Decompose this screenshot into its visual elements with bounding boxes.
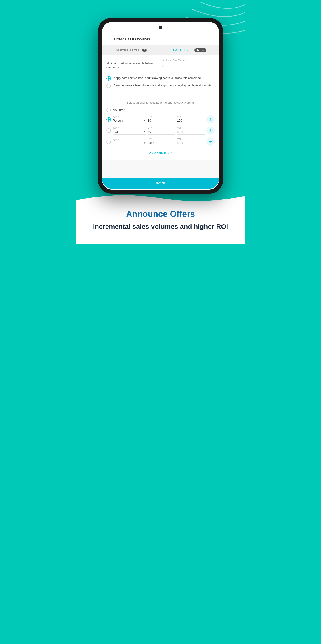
offer-2-max-field: Max [177,126,205,134]
offer-2-radio[interactable] [107,128,111,133]
offer-2-max-input[interactable] [177,129,205,134]
offer-1-type-dropdown[interactable]: Type * Percent ▼ [113,116,146,124]
radio-remove-service-circle[interactable] [107,84,111,88]
no-offer-label: No Offer [113,108,125,112]
min-cart-row: Minimum cart value to enable below disco… [107,59,214,69]
offer-3-type-value[interactable]: ▼ [113,141,146,145]
back-button[interactable]: ← [107,36,111,42]
offer-row-2: Type * Flat ▼ Off * Max [107,126,214,134]
offer-1-max-label: Max [177,116,205,118]
offer-2-type-dropdown[interactable]: Type * Flat ▼ [113,126,146,134]
offer-section: Select an offer to activate or no offer … [102,98,219,160]
offer-2-max-label: Max [177,126,205,129]
offer-2-off-field: Off * [148,126,175,134]
offer-1-max-field: Max [177,116,205,124]
offer-3-delete-button[interactable]: 🗑 [206,138,214,146]
cart-level-active-badge: Active [194,48,206,52]
offer-3-max-label: Max [177,138,205,140]
offer-1-type-label: Type * [113,116,146,118]
offer-2-off-label: Off * [148,126,175,129]
offer-1-off-field: Off * [148,116,175,124]
offer-1-type-text: Percent [113,119,124,122]
offer-3-type-label: Type * [113,138,146,141]
discount-radio-group: Apply both service level and following c… [102,76,219,93]
offer-section-title: Select an offer to activate or no offer … [107,101,214,104]
offer-1-type-value[interactable]: Percent ▼ [113,118,146,124]
divider-1 [102,95,219,96]
radio-remove-service[interactable]: Remove service level discounts and apply… [107,84,214,88]
tab-service-level[interactable]: SERVICE LEVEL 2 [102,45,160,55]
phone-notch [102,22,219,33]
min-cart-value-input[interactable] [162,62,214,69]
cart-form-area: Minimum cart value to enable below disco… [102,56,219,76]
offer-3-radio[interactable] [107,140,111,144]
offer-3-max-field: Max [177,138,205,146]
offer-2-off-input[interactable] [148,129,175,134]
offer-row-1: Type * Percent ▼ Off * Max [107,116,214,124]
offer-3-off-input[interactable] [148,140,175,146]
offer-1-off-input[interactable] [148,118,175,124]
app-header: ← Offers / Discounts [102,33,219,45]
offer-1-radio[interactable] [107,117,111,122]
offer-row-3: Type * ▼ Off * Max [107,138,214,146]
announce-subtitle: Incremental sales volumes and higher ROI [89,222,232,231]
offer-2-type-text: Flat [113,130,118,134]
screen-content: ← Offers / Discounts SERVICE LEVEL 2 CAR… [102,33,219,190]
offer-1-delete-button[interactable]: 🗑 [206,116,214,124]
offer-3-off-field: Off * [148,138,175,146]
tabs-container: SERVICE LEVEL 2 CART LEVEL Active [102,45,219,56]
min-cart-field-label: Minimum Cart Value * [162,59,214,62]
tab-cart-level[interactable]: CART LEVEL Active [160,45,219,55]
offer-3-type-dropdown[interactable]: Type * ▼ [113,138,146,145]
radio-apply-both[interactable]: Apply both service level and following c… [107,76,214,81]
tab-cart-level-label: CART LEVEL [173,48,192,52]
announce-title: Announce Offers [89,209,232,219]
tab-service-level-label: SERVICE LEVEL [116,48,140,52]
min-cart-label: Minimum cart value to enable below disco… [107,59,159,69]
service-level-badge: 2 [142,48,147,52]
no-offer-radio[interactable] [107,108,111,112]
add-another-button[interactable]: ADD ANOTHER [107,149,214,157]
offer-1-off-label: Off * [148,116,175,118]
offer-2-type-value[interactable]: Flat ▼ [113,129,146,134]
offer-3-dropdown-arrow: ▼ [144,142,146,144]
save-button[interactable]: SAVE [102,178,219,189]
offer-1-dropdown-arrow: ▼ [144,120,146,122]
phone-screen: ← Offers / Discounts SERVICE LEVEL 2 CAR… [102,22,219,190]
radio-apply-both-label: Apply both service level and following c… [114,76,201,80]
offer-3-max-input[interactable] [177,140,205,146]
phone-shell: ← Offers / Discounts SERVICE LEVEL 2 CAR… [98,18,223,194]
empty-space [102,160,219,178]
offer-2-dropdown-arrow: ▼ [144,130,146,133]
offer-3-off-label: Off * [148,138,175,140]
radio-remove-service-label: Remove service level discounts and apply… [114,84,211,88]
camera-dot [159,26,162,29]
offer-1-max-input[interactable] [177,118,205,124]
radio-apply-both-circle[interactable] [107,76,111,81]
offer-2-delete-button[interactable]: 🗑 [206,126,214,134]
no-offer-row[interactable]: No Offer [107,108,214,112]
offer-2-type-label: Type * [113,126,146,129]
page-title: Offers / Discounts [114,37,151,42]
min-cart-input-group: Minimum Cart Value * [162,59,214,69]
